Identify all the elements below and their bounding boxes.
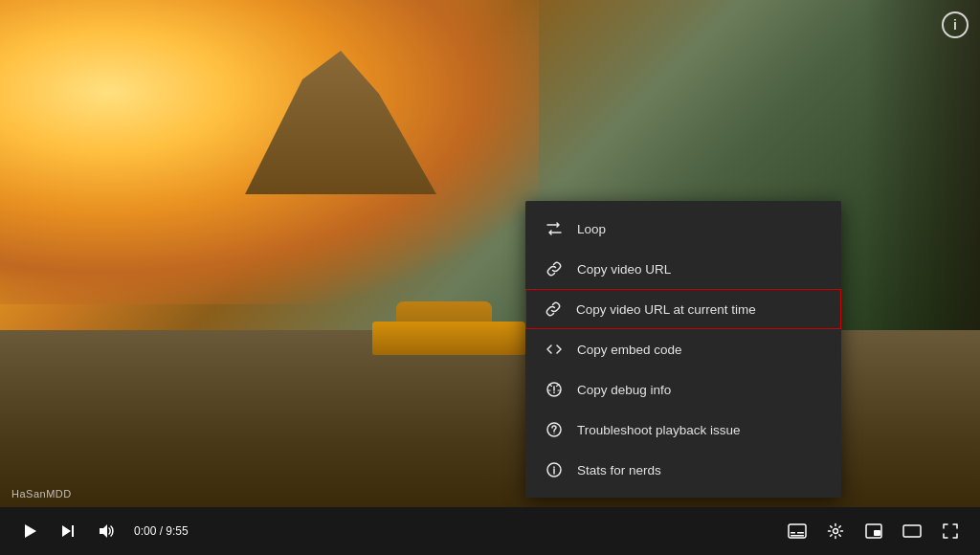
svg-marker-7: [100, 524, 107, 538]
settings-button[interactable]: [821, 517, 850, 545]
loop-icon: [545, 219, 564, 238]
link-icon-2: [544, 300, 563, 319]
menu-label-copy-debug: Copy debug info: [577, 383, 671, 397]
menu-item-copy-url[interactable]: Copy video URL: [525, 249, 841, 289]
car-element: [372, 298, 525, 355]
debug-icon: [545, 380, 564, 399]
menu-label-stats: Stats for nerds: [577, 463, 661, 477]
svg-rect-9: [791, 532, 795, 534]
theater-button[interactable]: [898, 517, 926, 545]
menu-item-loop[interactable]: Loop: [525, 209, 841, 249]
stats-icon: [545, 460, 564, 479]
video-player[interactable]: HaSanMDD i Loop Copy video URL: [0, 0, 980, 507]
time-display: 0:00 / 9:55: [134, 524, 189, 538]
info-icon-top[interactable]: i: [942, 11, 969, 38]
question-icon: [545, 420, 564, 439]
menu-label-loop: Loop: [577, 222, 606, 236]
svg-marker-4: [25, 524, 36, 538]
car-body: [372, 322, 525, 355]
svg-point-2: [553, 433, 554, 433]
menu-item-copy-debug[interactable]: Copy debug info: [525, 369, 841, 410]
menu-label-copy-url-time: Copy video URL at current time: [576, 302, 756, 317]
svg-rect-14: [874, 530, 880, 536]
context-menu: Loop Copy video URL Copy video URL at cu…: [525, 201, 841, 498]
menu-label-copy-url: Copy video URL: [577, 262, 671, 277]
svg-rect-11: [791, 535, 804, 537]
play-button[interactable]: [15, 517, 44, 545]
next-button[interactable]: [54, 517, 82, 545]
subtitles-button[interactable]: [783, 517, 812, 545]
menu-item-copy-url-time[interactable]: Copy video URL at current time: [525, 289, 841, 329]
svg-rect-15: [903, 525, 921, 537]
fullscreen-button[interactable]: [936, 517, 965, 545]
svg-rect-10: [797, 532, 804, 534]
menu-label-troubleshoot: Troubleshoot playback issue: [577, 423, 741, 437]
menu-item-stats[interactable]: Stats for nerds: [525, 450, 841, 490]
volume-button[interactable]: [92, 517, 121, 545]
svg-point-12: [834, 529, 838, 534]
svg-rect-6: [72, 525, 74, 537]
watermark-text: HaSanMDD: [11, 488, 72, 500]
menu-item-copy-embed[interactable]: Copy embed code: [525, 329, 841, 369]
svg-marker-5: [62, 525, 71, 537]
embed-icon: [545, 340, 564, 359]
menu-item-troubleshoot[interactable]: Troubleshoot playback issue: [525, 410, 841, 450]
miniplayer-button[interactable]: [859, 517, 888, 545]
link-icon-1: [545, 259, 564, 278]
control-bar: 0:00 / 9:55: [0, 507, 980, 555]
menu-label-copy-embed: Copy embed code: [577, 343, 682, 357]
